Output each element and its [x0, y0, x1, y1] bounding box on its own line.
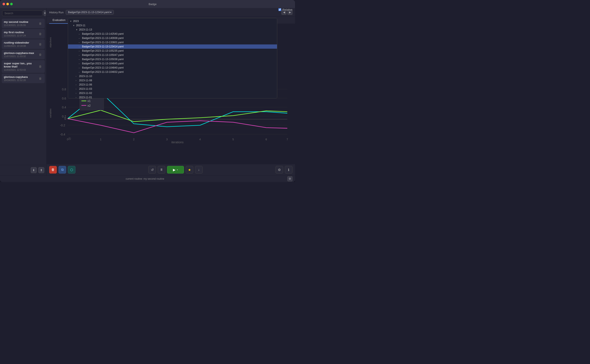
routine-delete-icon[interactable]: 🗑: [38, 21, 43, 26]
tree-item[interactable]: –BadgerOpt-2023-11-13-105038.yaml: [68, 57, 277, 61]
tree-item[interactable]: ›2023-11-02: [68, 91, 277, 95]
tree-item[interactable]: ▼2023: [68, 19, 277, 23]
history-dropdown-button[interactable]: BadgerOpt-2023-11-13-123414.yaml ▾: [66, 10, 114, 15]
tree-item[interactable]: ›2023-11-10: [68, 74, 277, 78]
tree-item[interactable]: –BadgerOpt-2023-11-13-105235.yaml: [68, 49, 277, 53]
tree-item[interactable]: ›2023-11-06: [68, 83, 277, 87]
routine-info: rustling-sidewinder 11/08/2023, 10:18:08: [4, 41, 38, 47]
svg-text:4: 4: [199, 138, 201, 141]
svg-text:0.6: 0.6: [62, 97, 66, 100]
svg-text:iterations: iterations: [171, 141, 184, 144]
tree-item[interactable]: –BadgerOpt-2023-11-13-104840.yaml: [68, 66, 277, 70]
tree-arrow: –: [79, 46, 81, 48]
search-input[interactable]: [2, 10, 42, 16]
close-button[interactable]: [3, 3, 5, 5]
undo-button[interactable]: ↺: [148, 166, 156, 174]
statusbar-settings-button[interactable]: ⚙: [287, 176, 292, 181]
routine-item[interactable]: rustling-sidewinder 11/08/2023, 10:18:08…: [2, 39, 45, 49]
pause-button[interactable]: ⏸: [158, 166, 165, 174]
tree-item[interactable]: –BadgerOpt-2023-11-13-123414.yaml: [68, 45, 277, 49]
tree-item-label: BadgerOpt-2023-11-13-142540.yaml: [82, 32, 124, 35]
routine-info: my second routine 11/13/2023, 13:35:55: [4, 20, 38, 26]
tree-item[interactable]: ▼2023-11: [68, 23, 277, 27]
statusbar: current routine: my second routine ⚙: [0, 175, 295, 182]
routine-name: glorious-capybara: [4, 75, 38, 78]
routine-name: glorious-capybara-max: [4, 52, 38, 55]
tree-item-label: BadgerOpt-2023-11-13-105235.yaml: [82, 49, 124, 52]
tree-item[interactable]: –BadgerOpt-2023-11-13-133601.yaml: [68, 40, 277, 45]
tree-item[interactable]: –BadgerOpt-2023-11-13-105047.yaml: [68, 53, 277, 57]
sidebar: + my second routine 11/13/2023, 13:35:55…: [0, 8, 47, 175]
routine-date: 11/03/2023, 12:53:43: [4, 69, 38, 71]
tree-arrow: –: [79, 71, 81, 73]
tree-item[interactable]: –BadgerOpt-2023-11-13-140938.yaml: [68, 36, 277, 40]
svg-text:6: 6: [266, 138, 267, 141]
tree-item[interactable]: ▼2023-11-13: [68, 27, 277, 32]
routine-delete-icon[interactable]: 🗑: [38, 76, 43, 81]
routine-info: glorious-capybara-max 11/07/2023, 11:03:…: [4, 52, 38, 58]
star-button[interactable]: ★: [186, 166, 193, 174]
add-routine-button[interactable]: +: [44, 10, 46, 16]
maximize-button[interactable]: [10, 3, 13, 5]
svg-text:0: 0: [64, 117, 66, 120]
relative-label: Relative: [282, 8, 292, 11]
export-button[interactable]: ⬆: [38, 167, 44, 173]
play-button[interactable]: ▶ ▾: [167, 166, 184, 174]
tree-item[interactable]: –BadgerOpt-2023-11-13-142540.yaml: [68, 32, 277, 36]
svg-text:2: 2: [133, 138, 134, 141]
svg-text:0.8: 0.8: [62, 88, 66, 91]
svg-text:x2: x2: [87, 104, 91, 107]
tree-arrow: –: [79, 58, 81, 60]
tree-item-label: 2023-11-08: [79, 79, 92, 82]
routine-delete-icon[interactable]: 🗑: [38, 64, 43, 69]
routine-delete-icon[interactable]: 🗑: [38, 52, 43, 57]
import-button[interactable]: ⬇: [31, 167, 37, 173]
tree-item-label: 2023-11-02: [79, 92, 92, 95]
tree-arrow: –: [79, 50, 81, 52]
routine-delete-icon[interactable]: 🗑: [38, 42, 43, 46]
tree-arrow: ›: [76, 79, 78, 82]
tree-item-label: 2023: [73, 20, 79, 23]
app-window: Badge + my second routine 11/13/2023, 13…: [0, 0, 295, 182]
history-label: History Run: [49, 11, 64, 14]
objectives-y-axis-label: objectives: [48, 26, 53, 59]
tree-item-label: BadgerOpt-2023-11-13-140938.yaml: [82, 37, 124, 39]
routine-item[interactable]: super super lon...you know that! 11/03/2…: [2, 60, 45, 73]
routine-item[interactable]: my first routine 11/10/2023, 12:37:24 🗑: [2, 29, 45, 39]
svg-text:Ⓐ: Ⓐ: [68, 137, 71, 140]
box-button[interactable]: ⬡: [68, 166, 75, 174]
tree-arrow: ›: [76, 92, 78, 94]
routine-name: my first routine: [4, 31, 38, 34]
tab-evaluation[interactable]: Evaluation: [49, 17, 69, 24]
routine-item[interactable]: glorious-capybara 10/18/2023, 22:52:20 🗑: [2, 74, 45, 83]
routine-item[interactable]: glorious-capybara-max 11/07/2023, 11:03:…: [2, 50, 45, 59]
history-tree-dropdown: ▼2023▼2023-11▼2023-11-13–BadgerOpt-2023-…: [68, 18, 277, 98]
routine-name: super super lon...you know that!: [4, 62, 38, 68]
info-button[interactable]: ℹ: [285, 166, 292, 174]
tree-item[interactable]: –BadgerOpt-2023-11-13-104832.yaml: [68, 70, 277, 74]
delete-button[interactable]: 🗑: [49, 166, 57, 174]
tree-item[interactable]: –BadgerOpt-2023-11-13-104845.yaml: [68, 61, 277, 66]
tree-item-label: BadgerOpt-2023-11-13-105047.yaml: [82, 53, 124, 57]
tree-item[interactable]: ›2023-11-03: [68, 87, 277, 91]
tree-item[interactable]: ›2023-11-01: [68, 95, 277, 98]
svg-text:3: 3: [166, 138, 168, 141]
svg-text:x1: x1: [87, 99, 91, 103]
svg-text:-0.2: -0.2: [60, 124, 65, 127]
minimize-button[interactable]: [6, 3, 9, 5]
tree-arrow: –: [79, 41, 81, 44]
copy-button[interactable]: ⧉: [59, 166, 66, 174]
routine-item[interactable]: my second routine 11/13/2023, 13:35:55 🗑: [2, 19, 45, 28]
tree-item-label: BadgerOpt-2023-11-13-105038.yaml: [82, 58, 124, 61]
tree-arrow: ▼: [73, 24, 75, 27]
tree-item[interactable]: ›2023-11-08: [68, 78, 277, 83]
wrench-button[interactable]: ⚙: [275, 166, 283, 174]
relative-checkbox[interactable]: [278, 8, 281, 11]
routine-name: rustling-sidewinder: [4, 41, 38, 44]
routine-delete-icon[interactable]: 🗑: [38, 32, 43, 36]
tree-item-label: 2023-11: [76, 24, 85, 27]
svg-text:5: 5: [232, 138, 234, 141]
routine-date: 11/13/2023, 13:35:55: [4, 24, 38, 26]
tree-item-label: BadgerOpt-2023-11-13-104832.yaml: [82, 71, 124, 73]
arrow-down-button[interactable]: ↓: [195, 166, 203, 174]
